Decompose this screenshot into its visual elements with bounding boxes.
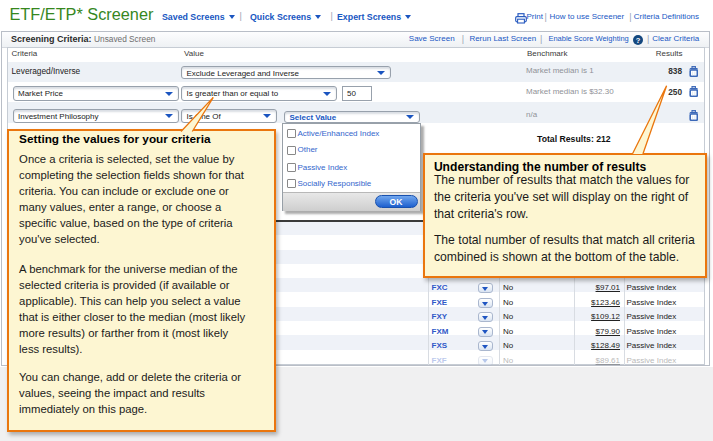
svg-text:?: ? [635, 36, 640, 45]
